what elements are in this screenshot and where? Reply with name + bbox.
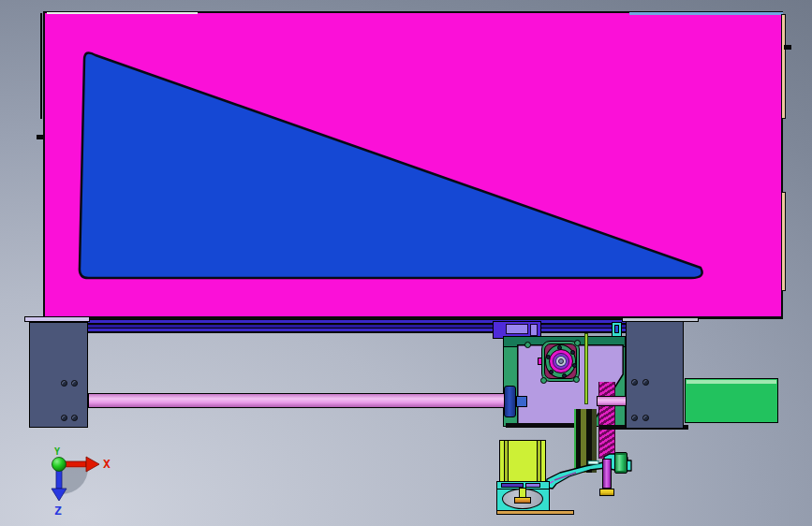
cad-viewport[interactable]: Y X Z: [0, 0, 812, 526]
x-axis-arrowhead: [86, 457, 99, 472]
z-axis-arrowhead: [52, 489, 66, 501]
panel-top-edge-right: [629, 11, 783, 15]
right-end-bracket[interactable]: [626, 321, 684, 429]
panel-top-edge-left: [47, 11, 198, 14]
work-panel[interactable]: [43, 11, 783, 319]
bolt-hole-icon: [642, 379, 649, 386]
triad-origin-ball: [52, 458, 66, 472]
left-end-bracket[interactable]: [29, 322, 88, 428]
panel-tab-left: [37, 135, 43, 139]
linear-rail[interactable]: [88, 319, 626, 333]
flange-bolt-icon: [572, 363, 577, 368]
carriage-slider-left: [506, 324, 528, 334]
motor-shaft-washer: [514, 497, 531, 504]
z-axis-arrow: [56, 470, 62, 489]
plate-bolt-icon: [574, 340, 581, 346]
side-block[interactable]: [685, 378, 778, 423]
bolt-hole-icon: [642, 415, 649, 421]
base-plate[interactable]: [496, 510, 574, 515]
plate-bolt-icon: [540, 377, 547, 384]
side-block-highlight: [687, 380, 776, 384]
bolt-hole-icon: [631, 379, 638, 386]
triangular-pocket[interactable]: [43, 11, 779, 315]
z-axis-label: Z: [54, 504, 62, 518]
orientation-triad: Y X Z: [26, 438, 131, 526]
adjuster-shaft[interactable]: [602, 459, 612, 489]
motor-edge-left: [504, 441, 509, 481]
plate-bolt-icon: [573, 376, 580, 383]
guide-cylinder[interactable]: [614, 452, 627, 474]
bearing-hub-shaft: [558, 358, 564, 364]
screw-collar[interactable]: [504, 386, 516, 417]
flange-key-tab: [538, 358, 542, 365]
panel-tab-right: [784, 45, 791, 50]
bolt-hole-icon: [71, 380, 78, 387]
coil-spring[interactable]: [598, 382, 615, 459]
y-axis-label: Y: [54, 446, 60, 457]
panel-side-strip-lower: [781, 192, 786, 291]
panel-side-strip-upper: [781, 14, 786, 119]
adjuster-washer: [599, 489, 614, 496]
motor-edge-right: [537, 441, 541, 481]
bolt-hole-icon: [61, 415, 67, 421]
motor-mount-pad-right: [525, 483, 540, 488]
rail-end-clamp-insert: [614, 325, 619, 333]
plate-bolt-icon: [524, 342, 531, 348]
flange-bolt-icon: [562, 373, 567, 378]
bolt-hole-icon: [631, 415, 638, 421]
bolt-hole-icon: [61, 380, 67, 387]
x-axis-label: X: [103, 457, 111, 471]
panel-edge-line: [40, 13, 42, 119]
carriage-slider-right: [530, 324, 538, 336]
guide-pin: [584, 333, 588, 404]
bolt-hole-icon: [71, 415, 78, 421]
lead-screw-end: [597, 396, 627, 406]
lead-screw[interactable]: [88, 393, 506, 408]
screw-stub: [516, 396, 527, 407]
